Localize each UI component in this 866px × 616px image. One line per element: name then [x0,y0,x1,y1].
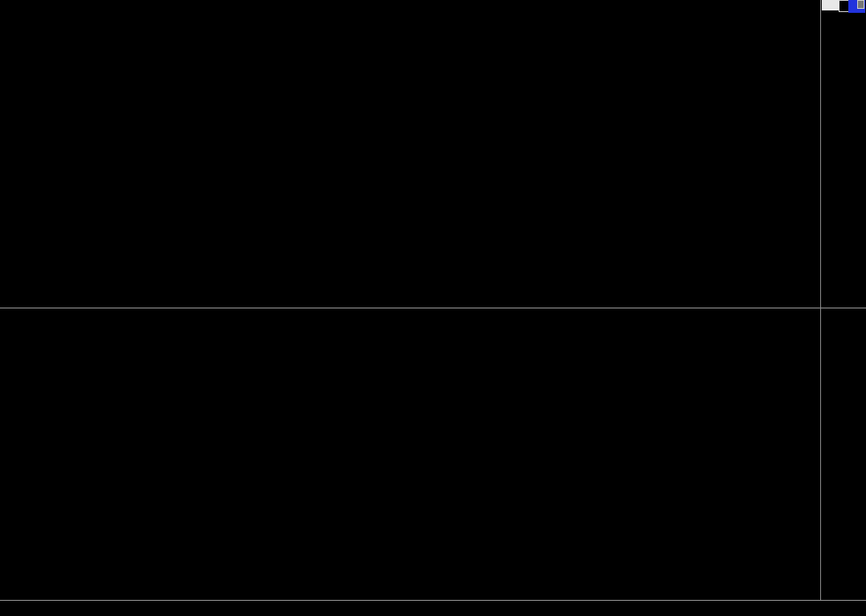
panel-divider[interactable] [0,308,866,308]
price-scale[interactable] [821,0,866,600]
mt4-chart-window [0,0,866,616]
scroll-anchor-icon[interactable] [857,0,864,9]
indicator-chart[interactable] [0,308,820,600]
ohlc-header [2,2,5,11]
indicator-header [0,296,820,308]
price-chart[interactable] [0,0,820,308]
time-axis[interactable] [0,601,866,616]
